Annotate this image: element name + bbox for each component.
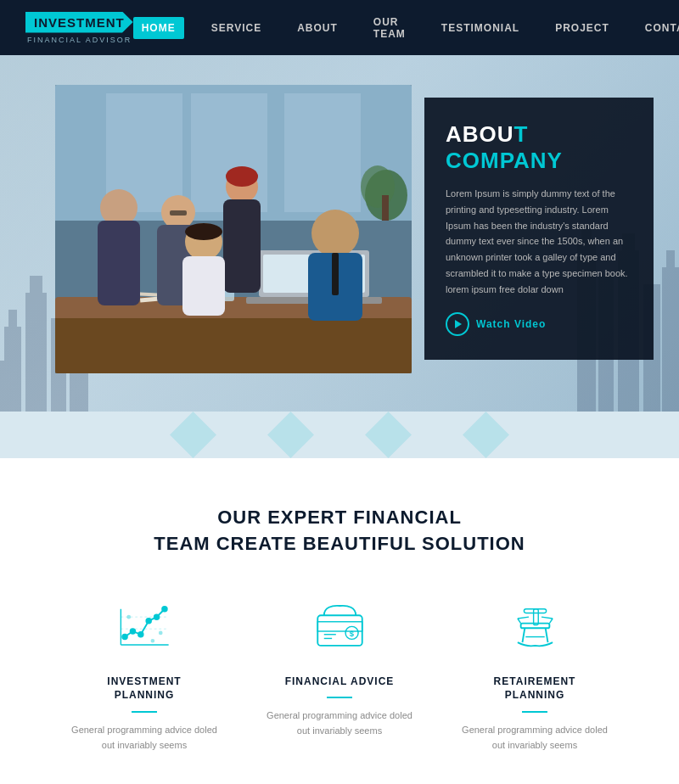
about-accent: T bbox=[514, 121, 529, 147]
nav-contact[interactable]: CONTACT bbox=[637, 17, 679, 39]
svg-rect-68 bbox=[524, 609, 546, 613]
nav-links: HOME SERVICE ABOUT OUR TEAM TESTIMONIAL … bbox=[133, 11, 679, 45]
svg-point-49 bbox=[122, 635, 127, 640]
financial-desc: General programming advice doled out inv… bbox=[263, 708, 416, 738]
about-card: ABOUT COMPANY Lorem Ipsum is simply dumm… bbox=[424, 98, 654, 360]
office-photo bbox=[55, 85, 412, 373]
office-bg bbox=[55, 85, 412, 373]
logo-sub: FINANCIAL ADVISOR bbox=[25, 36, 133, 44]
play-triangle bbox=[455, 320, 462, 328]
services-section: OUR EXPERT FINANCIAL TEAM CREATE BEAUTIF… bbox=[0, 458, 679, 784]
logo-brand[interactable]: INVESTMENT bbox=[25, 12, 133, 33]
about-description: Lorem Ipsum is simply dummy text of the … bbox=[446, 186, 632, 297]
svg-line-69 bbox=[522, 628, 525, 642]
svg-point-57 bbox=[127, 616, 130, 619]
svg-rect-46 bbox=[332, 253, 339, 295]
retirement-planning-icon bbox=[503, 593, 567, 657]
nav-service[interactable]: SERVICE bbox=[203, 17, 270, 39]
svg-rect-42 bbox=[182, 256, 225, 316]
svg-rect-37 bbox=[170, 210, 187, 216]
nav-project[interactable]: PROJECT bbox=[547, 17, 618, 39]
retirement-divider bbox=[522, 711, 547, 713]
svg-point-43 bbox=[185, 223, 222, 240]
nav-about[interactable]: ABOUT bbox=[289, 17, 346, 39]
investment-desc: General programming advice doled out inv… bbox=[68, 723, 221, 753]
financial-advice-icon: $ bbox=[308, 593, 372, 657]
retirement-desc: General programming advice doled out inv… bbox=[458, 723, 611, 753]
svg-rect-21 bbox=[284, 93, 361, 212]
investment-icon-wrap bbox=[110, 591, 178, 659]
svg-point-58 bbox=[159, 632, 161, 635]
service-financial: $ FINANCIAL ADVICE General programming a… bbox=[263, 591, 416, 753]
svg-rect-15 bbox=[666, 250, 675, 267]
svg-point-52 bbox=[146, 619, 151, 624]
about-title: ABOUT COMPANY bbox=[446, 121, 632, 174]
hero-section: ABOUT COMPANY Lorem Ipsum is simply dumm… bbox=[0, 55, 679, 412]
svg-line-73 bbox=[549, 619, 553, 624]
services-headline: OUR EXPERT FINANCIAL TEAM CREATE BEAUTIF… bbox=[51, 505, 628, 557]
watch-video-button[interactable]: Watch Video bbox=[446, 312, 632, 336]
svg-rect-60 bbox=[317, 615, 362, 646]
financial-name: FINANCIAL ADVICE bbox=[285, 675, 395, 689]
band-shape-2 bbox=[267, 412, 314, 458]
financial-icon-wrap: $ bbox=[306, 591, 373, 659]
retirement-icon-wrap bbox=[501, 591, 569, 659]
svg-point-51 bbox=[138, 632, 143, 637]
svg-text:$: $ bbox=[349, 630, 354, 638]
navbar: INVESTMENT FINANCIAL ADVISOR HOME SERVIC… bbox=[0, 0, 679, 55]
financial-divider bbox=[327, 697, 352, 698]
svg-line-75 bbox=[542, 617, 553, 619]
svg-rect-66 bbox=[520, 624, 549, 629]
nav-home[interactable]: HOME bbox=[133, 17, 184, 39]
retirement-name: RETAIREMENTPLANNING bbox=[494, 675, 576, 703]
svg-rect-2 bbox=[25, 293, 47, 412]
hero-image bbox=[55, 85, 412, 373]
band-shape-1 bbox=[170, 412, 216, 458]
svg-rect-34 bbox=[98, 221, 140, 305]
svg-point-50 bbox=[130, 629, 135, 634]
svg-line-70 bbox=[545, 628, 547, 642]
nav-our-team[interactable]: OUR TEAM bbox=[365, 11, 414, 45]
svg-rect-7 bbox=[0, 361, 13, 412]
svg-rect-24 bbox=[382, 195, 389, 221]
play-icon bbox=[446, 312, 469, 336]
svg-rect-61 bbox=[317, 622, 362, 631]
svg-point-23 bbox=[361, 165, 395, 208]
band-shapes bbox=[170, 412, 509, 458]
band-shape-4 bbox=[463, 412, 509, 458]
svg-point-54 bbox=[162, 607, 167, 612]
light-band bbox=[0, 412, 679, 458]
investment-planning-icon bbox=[113, 593, 177, 657]
svg-rect-3 bbox=[30, 276, 42, 293]
svg-point-39 bbox=[226, 166, 258, 187]
service-investment: INVESTMENTPLANNING General programming a… bbox=[68, 591, 221, 753]
svg-rect-40 bbox=[223, 199, 261, 293]
logo: INVESTMENT FINANCIAL ADVISOR bbox=[25, 12, 133, 44]
svg-point-59 bbox=[151, 640, 154, 642]
services-grid: INVESTMENTPLANNING General programming a… bbox=[51, 591, 628, 753]
svg-point-44 bbox=[311, 210, 359, 257]
svg-rect-1 bbox=[8, 310, 17, 327]
band-shape-3 bbox=[365, 412, 412, 458]
investment-divider bbox=[132, 711, 157, 713]
service-retirement: RETAIREMENTPLANNING General programming … bbox=[458, 591, 611, 753]
svg-rect-14 bbox=[662, 267, 679, 412]
svg-rect-26 bbox=[55, 318, 412, 373]
investment-name: INVESTMENTPLANNING bbox=[107, 675, 181, 703]
nav-testimonial[interactable]: TESTIMONIAL bbox=[433, 17, 528, 39]
watch-label: Watch Video bbox=[476, 318, 546, 330]
svg-line-74 bbox=[517, 617, 528, 619]
svg-line-72 bbox=[517, 619, 520, 624]
